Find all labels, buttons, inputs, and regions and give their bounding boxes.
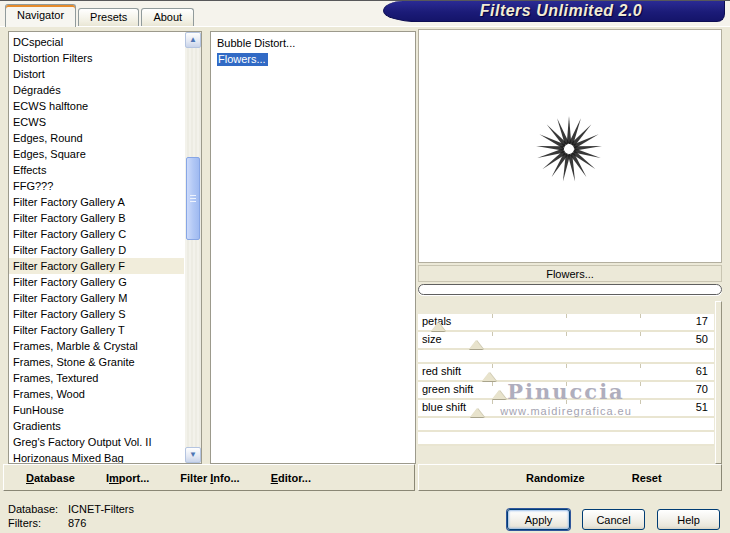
category-item[interactable]: DCspecial bbox=[9, 34, 184, 50]
category-item[interactable]: Dégradés bbox=[9, 82, 184, 98]
preview-pane[interactable] bbox=[418, 29, 722, 263]
tab-navigator[interactable]: Navigator bbox=[5, 4, 76, 27]
database-label: Database: bbox=[8, 502, 68, 516]
slider-tick bbox=[640, 400, 641, 404]
progress-bar bbox=[418, 284, 722, 295]
category-scrollbar[interactable]: ▲ ▼ bbox=[185, 32, 201, 463]
slider-side-strip bbox=[715, 301, 722, 464]
category-item[interactable]: Filter Factory Gallery C bbox=[9, 226, 184, 242]
toolbar-filter-info[interactable]: Filter Info... bbox=[180, 472, 239, 484]
category-item[interactable]: Filter Factory Gallery S bbox=[9, 306, 184, 322]
toolbar-import[interactable]: Import... bbox=[106, 472, 149, 484]
category-item[interactable]: Edges, Square bbox=[9, 146, 184, 162]
slider-tick bbox=[492, 382, 493, 386]
slider-spacer-row bbox=[418, 432, 714, 446]
category-item[interactable]: Distort bbox=[9, 66, 184, 82]
slider-value: 70 bbox=[696, 383, 708, 395]
filters-unlimited-window: { "window": { "title": "Filters Unlimite… bbox=[0, 0, 730, 533]
slider-tick bbox=[492, 364, 493, 368]
slider-spacer-row bbox=[418, 418, 714, 432]
category-item[interactable]: Filter Factory Gallery G bbox=[9, 274, 184, 290]
category-item[interactable]: Effects bbox=[9, 162, 184, 178]
app-logo: Filters Unlimited 2.0 bbox=[383, 1, 725, 22]
scroll-up-icon[interactable]: ▲ bbox=[185, 32, 201, 48]
slider-row[interactable]: green shift70 bbox=[418, 382, 714, 400]
category-item[interactable]: Filter Factory Gallery D bbox=[9, 242, 184, 258]
category-item[interactable]: Filter Factory Gallery F bbox=[9, 258, 184, 274]
filter-name-header: Flowers... bbox=[418, 265, 722, 282]
scroll-down-icon[interactable]: ▼ bbox=[185, 447, 201, 463]
category-item[interactable]: Horizonaus Mixed Bag bbox=[9, 450, 184, 463]
slider-thumb[interactable] bbox=[470, 408, 484, 417]
category-item[interactable]: Distortion Filters bbox=[9, 50, 184, 66]
category-item[interactable]: Filter Factory Gallery M bbox=[9, 290, 184, 306]
category-item[interactable]: Frames, Marble & Crystal bbox=[9, 338, 184, 354]
toolbar-left: DatabaseImport...Filter Info...Editor... bbox=[3, 464, 415, 491]
slider-rows: petals17size50red shift61green shift70bl… bbox=[418, 314, 714, 446]
slider-tick bbox=[640, 364, 641, 368]
slider-label: green shift bbox=[422, 383, 473, 395]
slider-thumb[interactable] bbox=[482, 372, 496, 381]
toolbar-reset[interactable]: Reset bbox=[632, 472, 662, 484]
category-item[interactable]: Filter Factory Gallery T bbox=[9, 322, 184, 338]
cancel-button[interactable]: Cancel bbox=[582, 509, 645, 530]
title-strip: Filters Unlimited 2.0 NavigatorPresetsAb… bbox=[0, 0, 730, 27]
app-title: Filters Unlimited 2.0 bbox=[466, 2, 643, 20]
filter-item-label: Bubble Distort... bbox=[217, 37, 295, 49]
category-item[interactable]: Frames, Stone & Granite bbox=[9, 354, 184, 370]
toolbar-database[interactable]: Database bbox=[26, 472, 75, 484]
slider-value: 51 bbox=[696, 401, 708, 413]
category-item[interactable]: Filter Factory Gallery B bbox=[9, 210, 184, 226]
toolbar-right: RandomizeReset bbox=[418, 464, 722, 491]
category-item[interactable]: Filter Factory Gallery A bbox=[9, 194, 184, 210]
toolbar-randomize[interactable]: Randomize bbox=[526, 472, 585, 484]
slider-row[interactable]: size50 bbox=[418, 332, 714, 350]
category-item[interactable]: Frames, Wood bbox=[9, 386, 184, 402]
category-item[interactable]: ECWS bbox=[9, 114, 184, 130]
slider-row[interactable]: blue shift51 bbox=[418, 400, 714, 418]
scrollbar-thumb[interactable] bbox=[186, 157, 200, 240]
navigator-tab-page: DCspecialDistortion FiltersDistortDégrad… bbox=[0, 26, 730, 533]
category-item[interactable]: Gradients bbox=[9, 418, 184, 434]
slider-tick bbox=[566, 364, 567, 368]
filter-listbox[interactable]: Bubble Distort...Flowers... bbox=[210, 31, 416, 464]
category-item[interactable]: FunHouse bbox=[9, 402, 184, 418]
slider-label: red shift bbox=[422, 365, 461, 377]
slider-value: 50 bbox=[696, 333, 708, 345]
slider-value: 61 bbox=[696, 365, 708, 377]
slider-tick bbox=[566, 314, 567, 318]
category-item[interactable]: Greg's Factory Output Vol. II bbox=[9, 434, 184, 450]
category-list-items: DCspecialDistortion FiltersDistortDégrad… bbox=[9, 34, 184, 463]
category-item[interactable]: Frames, Textured bbox=[9, 370, 184, 386]
flower-starburst-preview bbox=[525, 105, 613, 193]
status-area: Database:ICNET-Filters Filters:876 bbox=[8, 502, 134, 530]
slider-thumb[interactable] bbox=[492, 390, 506, 399]
status-database-row: Database:ICNET-Filters bbox=[8, 502, 134, 516]
status-filters-row: Filters:876 bbox=[8, 516, 134, 530]
category-item[interactable]: FFG??? bbox=[9, 178, 184, 194]
help-button[interactable]: Help bbox=[657, 509, 720, 530]
filter-panel: Flowers... petals17size50red shift61gree… bbox=[418, 29, 722, 466]
tab-bar: NavigatorPresetsAbout bbox=[5, 4, 196, 27]
slider-value: 17 bbox=[696, 315, 708, 327]
slider-thumb[interactable] bbox=[431, 322, 445, 331]
filters-label: Filters: bbox=[8, 516, 68, 530]
category-item[interactable]: Edges, Round bbox=[9, 130, 184, 146]
slider-tick bbox=[566, 332, 567, 336]
slider-row[interactable]: petals17 bbox=[418, 314, 714, 332]
slider-tick bbox=[566, 400, 567, 404]
slider-tick bbox=[492, 332, 493, 336]
database-value: ICNET-Filters bbox=[68, 503, 134, 515]
filter-item[interactable]: Flowers... bbox=[211, 51, 415, 67]
category-listbox[interactable]: DCspecialDistortion FiltersDistortDégrad… bbox=[8, 31, 202, 464]
slider-thumb[interactable] bbox=[469, 340, 483, 349]
tab-about[interactable]: About bbox=[141, 8, 194, 27]
slider-label: blue shift bbox=[422, 401, 466, 413]
toolbar-editor[interactable]: Editor... bbox=[271, 472, 311, 484]
apply-button[interactable]: Apply bbox=[507, 509, 570, 530]
tab-presets[interactable]: Presets bbox=[78, 8, 139, 27]
slider-label: size bbox=[422, 333, 442, 345]
category-item[interactable]: ECWS halftone bbox=[9, 98, 184, 114]
slider-row[interactable]: red shift61 bbox=[418, 364, 714, 382]
filter-item[interactable]: Bubble Distort... bbox=[211, 35, 415, 51]
